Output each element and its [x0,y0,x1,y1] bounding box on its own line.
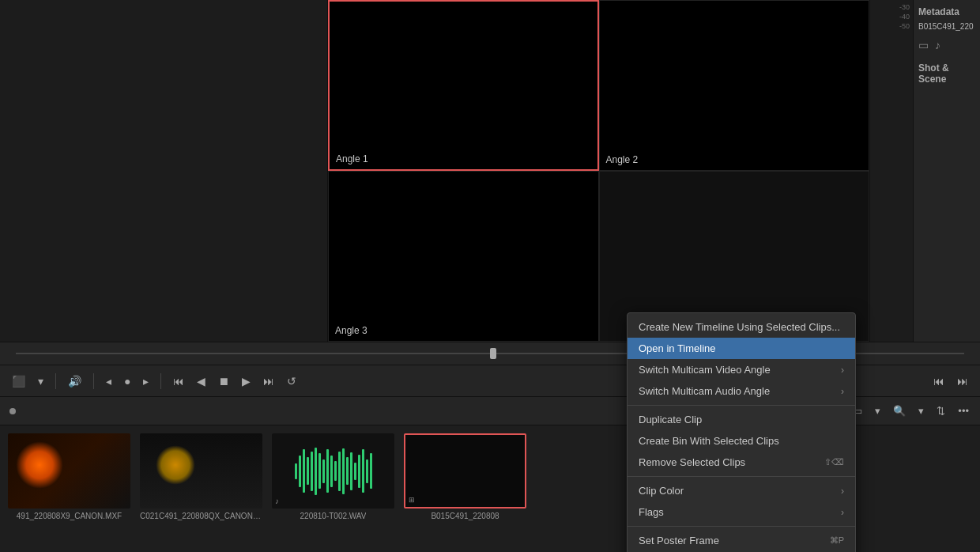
view-options-dropdown[interactable]: ▾ [870,403,885,418]
clip-name-4: B015C491_220808 [431,512,499,520]
set-poster-shortcut: ⌘P [830,535,844,546]
menu-duplicate[interactable]: Duplicate Clip [628,409,855,430]
menu-remove-clips-label: Remove Selected Clips [639,456,745,468]
monitor-dropdown[interactable]: ▾ [34,373,47,389]
waveform [295,448,372,495]
waveform-bar [342,448,345,494]
clip-item-4[interactable]: ⊞ B015C491_220808 [404,433,526,544]
clip-thumb-1[interactable] [8,433,130,509]
left-panel [0,0,328,342]
clip-item-3[interactable]: ♪ 220810-T002.WAV [272,433,394,544]
sort-btn[interactable]: ⇅ [932,403,950,418]
monitor-btn[interactable]: ⬛ [8,373,29,389]
sep3 [160,373,161,389]
remove-clips-shortcut: ⇧⌫ [824,457,844,467]
clip-item-1[interactable]: 491_220808X9_CANON.MXF [8,433,130,544]
stop-btn[interactable]: ⏹ [214,373,233,389]
angle-2-cell[interactable]: Angle 2 [599,0,870,171]
meter-label-50: -50 [899,22,910,30]
waveform-bar [322,459,325,483]
waveform-bar [350,452,352,490]
clip-name-1: 491_220808X9_CANON.MXF [17,512,122,520]
angle-3-label: Angle 3 [335,325,368,336]
waveform-bar [299,456,301,487]
menu-sep-3 [628,526,855,527]
clip-thumb-4[interactable]: ⊞ [404,433,526,509]
search-dropdown[interactable]: ▾ [914,403,929,418]
menu-flags-label: Flags [639,506,664,518]
menu-create-bin[interactable]: Create Bin With Selected Clips [628,430,855,452]
menu-set-poster[interactable]: Set Poster Frame ⌘P [628,530,855,551]
waveform-bar [370,453,372,489]
waveform-bar [354,463,356,480]
waveform-bar [311,452,313,491]
waveform-bar [346,457,349,485]
menu-switch-video[interactable]: Switch Multicam Video Angle › [628,359,855,380]
shot-scene-title: Shot & Scene [918,62,975,85]
app-container: Angle 1 Angle 2 Angle 3 -30 -40 -50 Meta… [0,0,980,552]
menu-open-timeline[interactable]: Open in Timeline [628,338,855,359]
meter-label-40: -40 [899,13,910,21]
waveform-bar [303,449,305,493]
menu-flags[interactable]: Flags › [628,501,855,523]
clip-name-3: 220810-T002.WAV [300,512,367,520]
angle-1-label: Angle 1 [336,153,368,164]
prev-frame-btn[interactable]: ◂ [102,373,115,389]
more-btn[interactable]: ••• [953,403,974,418]
angle-3-cell[interactable]: Angle 3 [328,171,599,342]
search-btn[interactable]: 🔍 [888,403,910,418]
chevron-right-icon-4: › [841,507,844,518]
forward-end-btn[interactable]: ⏭ [259,373,278,389]
menu-sep-2 [628,476,855,477]
clip-name-2: C021C491_220808QX_CANON.MXF [140,512,262,520]
sep2 [93,373,94,389]
meter-label-30: -30 [899,3,910,11]
play-btn[interactable]: ▶ [238,373,254,389]
next-frame-btn[interactable]: ▸ [139,373,153,389]
metadata-panel: Metadata B015C491_220 ▭ ♪ Shot & Scene [913,0,980,342]
loop-btn[interactable]: ↺ [283,373,300,389]
bin-status-dot [9,408,16,414]
menu-switch-audio[interactable]: Switch Multicam Audio Angle › [628,380,855,402]
rewind-start-btn[interactable]: ⏮ [169,373,188,389]
waveform-bar [326,449,329,493]
menu-duplicate-label: Duplicate Clip [639,414,702,425]
meter-panel: -30 -40 -50 [869,0,913,342]
menu-switch-audio-label: Switch Multicam Audio Angle [639,385,770,397]
audio-icon: ♪ [935,39,940,51]
metadata-title: Metadata [918,6,975,17]
angle-1-cell[interactable]: Angle 1 [328,0,599,171]
clip-item-2[interactable]: C021C491_220808QX_CANON.MXF [140,433,262,544]
scrubber-thumb[interactable] [490,348,496,359]
waveform-bar [307,457,309,485]
rewind-btn[interactable]: ◀ [193,373,209,389]
waveform-bar [334,461,337,481]
menu-create-timeline-label: Create New Timeline Using Selected Clips… [639,321,840,333]
waveform-bar [358,455,360,488]
angle-2-label: Angle 2 [606,154,639,165]
chevron-right-icon: › [841,365,844,376]
menu-remove-clips[interactable]: Remove Selected Clips ⇧⌫ [628,452,855,473]
waveform-bar [318,453,321,489]
waveform-bar [315,448,317,495]
waveform-bar [295,463,297,479]
menu-create-timeline[interactable]: Create New Timeline Using Selected Clips… [628,316,855,338]
menu-clip-color[interactable]: Clip Color › [628,480,855,501]
sep1 [55,373,56,389]
clip-thumb-3[interactable]: ♪ [272,433,394,509]
menu-create-bin-label: Create Bin With Selected Clips [639,435,779,447]
waveform-bar [330,456,333,487]
top-area: Angle 1 Angle 2 Angle 3 -30 -40 -50 Meta… [0,0,980,342]
sync-btn[interactable]: ● [120,373,134,389]
audio-btn[interactable]: 🔊 [64,373,85,389]
menu-clip-color-label: Clip Color [639,485,684,497]
chevron-right-icon-3: › [841,486,844,497]
metadata-filename: B015C491_220 [918,22,975,31]
waveform-bar [338,452,341,491]
video-icon: ▭ [918,39,929,51]
clip-thumb-2[interactable] [140,433,262,509]
skip-start-btn[interactable]: ⏮ [929,373,948,389]
skip-end-btn[interactable]: ⏭ [953,373,972,389]
menu-open-timeline-label: Open in Timeline [639,342,716,354]
menu-set-poster-label: Set Poster Frame [639,535,719,546]
